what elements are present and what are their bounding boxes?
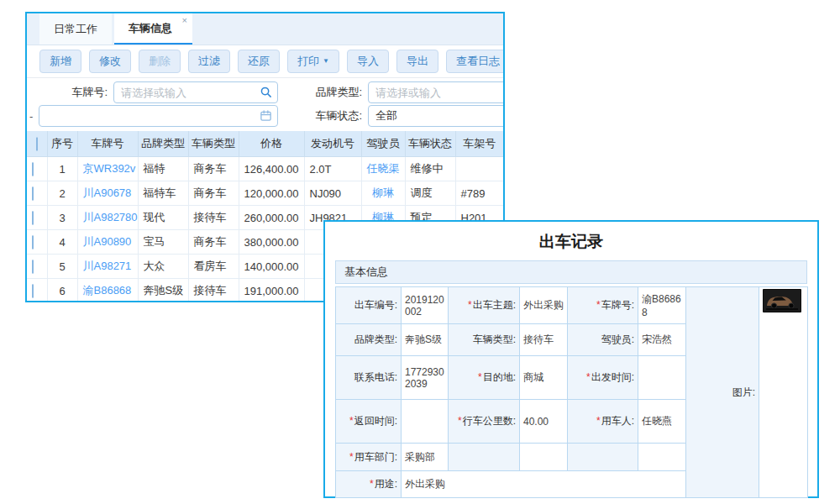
field-label-dispatch-no: 出车编号:: [336, 287, 402, 324]
row-checkbox[interactable]: [32, 235, 34, 249]
field-value-dispatch-no: 2019120002: [402, 287, 449, 324]
field-label-department: *用车部门:: [336, 444, 402, 471]
col-header-status: 车辆状态: [405, 131, 455, 157]
col-header-frame: 车架号: [455, 131, 503, 157]
field-value-departure-time: [638, 356, 686, 400]
driver-link[interactable]: 柳琳: [372, 186, 394, 199]
table-row: 2 川A90678 福特车 商务车 120,000.00 NJ090 柳琳 调度…: [27, 181, 503, 206]
field-label-dispatch-subject: *出车主题:: [449, 287, 520, 324]
field-value-driver: 宋浩然: [638, 324, 686, 356]
plate-filter-input[interactable]: [113, 81, 278, 103]
tab-vehicle-info-label: 车辆信息: [129, 21, 172, 36]
field-value-user: 任晓燕: [638, 400, 686, 444]
field-value-mileage: 40.00: [520, 400, 568, 444]
plate-link[interactable]: 京WR392v: [83, 162, 136, 175]
col-header-price: 价格: [239, 131, 304, 157]
col-header-plate: 车牌号: [77, 131, 138, 157]
delete-button[interactable]: 删除: [139, 50, 181, 73]
tab-daily-work[interactable]: 日常工作: [39, 13, 112, 45]
field-label-brand-type: 品牌类型:: [336, 324, 402, 356]
dispatch-record-window: 出车记录 基本信息 出车编号: 2019120002 *出车主题: 外出采购 *…: [323, 220, 819, 498]
field-value-empty: [638, 444, 686, 471]
filter-button[interactable]: 过滤: [188, 50, 230, 73]
brand-filter-input[interactable]: [368, 81, 505, 103]
plate-link[interactable]: 川A982780: [83, 211, 138, 223]
field-label-user: *用车人:: [568, 400, 638, 444]
tab-bar: 日常工作 车辆信息 ×: [27, 13, 503, 45]
plate-filter-box: [113, 81, 278, 103]
toolbar: 新增 修改 删除 过滤 还原 打印 ▼ 导入 导出 查看日志: [27, 45, 503, 78]
row-checkbox[interactable]: [32, 284, 34, 298]
field-label-destination: *目的地:: [449, 356, 520, 400]
field-label-vehicle-type: 车辆类型:: [449, 324, 520, 356]
restore-button[interactable]: 还原: [238, 50, 280, 73]
select-all-checkbox[interactable]: [36, 137, 38, 151]
tab-vehicle-info[interactable]: 车辆信息 ×: [114, 13, 192, 45]
field-value-vehicle-type: 接待车: [520, 324, 568, 356]
field-label-plate-no: *车牌号:: [568, 287, 638, 324]
col-header-brand: 品牌类型: [138, 131, 188, 157]
field-label-purpose: *用途:: [336, 471, 402, 498]
table-row: 1 京WR392v 福特 商务车 126,400.00 2.0T 任晓渠 维修中: [27, 157, 503, 181]
print-button[interactable]: 打印 ▼: [287, 50, 339, 73]
row-checkbox[interactable]: [32, 162, 34, 176]
field-value-department: 采购部: [402, 444, 449, 471]
brand-filter-label: 品牌类型:: [278, 85, 368, 100]
table-header-row: 序号 车牌号 品牌类型 车辆类型 价格 发动机号 驾驶员 车辆状态 车架号: [27, 131, 503, 157]
dispatch-form-table: 出车编号: 2019120002 *出车主题: 外出采购 *车牌号: 渝B868…: [335, 286, 808, 498]
edit-button[interactable]: 修改: [89, 50, 131, 73]
plate-filter-label: 车牌号:: [27, 85, 113, 100]
import-button[interactable]: 导入: [347, 50, 389, 73]
row-checkbox[interactable]: [32, 186, 34, 201]
col-header-engine: 发动机号: [304, 131, 361, 157]
status-filter-label: 车辆状态:: [278, 108, 368, 123]
calendar-icon[interactable]: [260, 109, 272, 122]
field-label-empty: [449, 444, 520, 471]
add-button[interactable]: 新增: [39, 50, 81, 73]
field-value-plate-no: 渝B86868: [638, 287, 686, 324]
search-icon[interactable]: [260, 86, 272, 98]
col-header-vtype: 车辆类型: [188, 131, 239, 157]
field-value-purpose: 外出采购: [402, 471, 686, 498]
section-header-basic-info: 基本信息: [335, 260, 807, 284]
brand-filter-box: [368, 81, 505, 103]
plate-link[interactable]: 川A98271: [83, 260, 132, 272]
row-checkbox[interactable]: [32, 260, 34, 274]
page-title: 出车记录: [325, 222, 817, 260]
driver-link[interactable]: 任晓渠: [367, 162, 400, 175]
field-label-return-time: *返回时间:: [336, 400, 402, 444]
plate-link[interactable]: 川A90678: [83, 186, 132, 199]
filter-area: 车牌号: 品牌类型: -: [27, 78, 503, 128]
field-label-phone: 联系电话:: [336, 356, 402, 400]
filter-row-1: 车牌号: 品牌类型:: [27, 81, 503, 104]
row-checkbox[interactable]: [32, 211, 34, 225]
field-label-empty: [568, 444, 638, 471]
view-log-button[interactable]: 查看日志: [446, 50, 505, 73]
car-photo-thumbnail[interactable]: [763, 289, 801, 312]
field-value-brand-type: 奔驰S级: [402, 324, 449, 356]
field-value-empty: [520, 444, 568, 471]
field-value-dispatch-subject: 外出采购: [520, 287, 568, 324]
plate-link[interactable]: 川A90890: [83, 235, 132, 248]
status-filter-select[interactable]: 全部: [368, 105, 505, 127]
field-value-destination: 商城: [520, 356, 568, 400]
col-header-driver: 驾驶员: [361, 131, 405, 157]
date-filter-box: [39, 105, 278, 127]
export-button[interactable]: 导出: [396, 50, 438, 73]
dropdown-caret-icon: ▼: [323, 58, 329, 65]
status-filter-value: 全部: [375, 108, 397, 123]
field-label-driver: 驾驶员:: [568, 324, 638, 356]
plate-link[interactable]: 渝B86868: [83, 284, 132, 297]
field-label-picture: 图片:: [686, 287, 759, 498]
tab-daily-work-label: 日常工作: [54, 22, 97, 37]
col-header-seq: 序号: [47, 131, 77, 157]
filter-row-2: - 车辆状态: 全部: [27, 104, 503, 128]
field-value-picture: [759, 287, 808, 498]
field-label-departure-time: *出发时间:: [568, 356, 638, 400]
close-tab-icon[interactable]: ×: [182, 16, 187, 25]
date-range-dash: -: [27, 110, 39, 123]
form-row: 出车编号: 2019120002 *出车主题: 外出采购 *车牌号: 渝B868…: [336, 287, 808, 324]
field-value-return-time: [402, 400, 449, 444]
field-label-mileage: *行车公里数:: [449, 400, 520, 444]
date-filter-input[interactable]: [39, 105, 278, 127]
